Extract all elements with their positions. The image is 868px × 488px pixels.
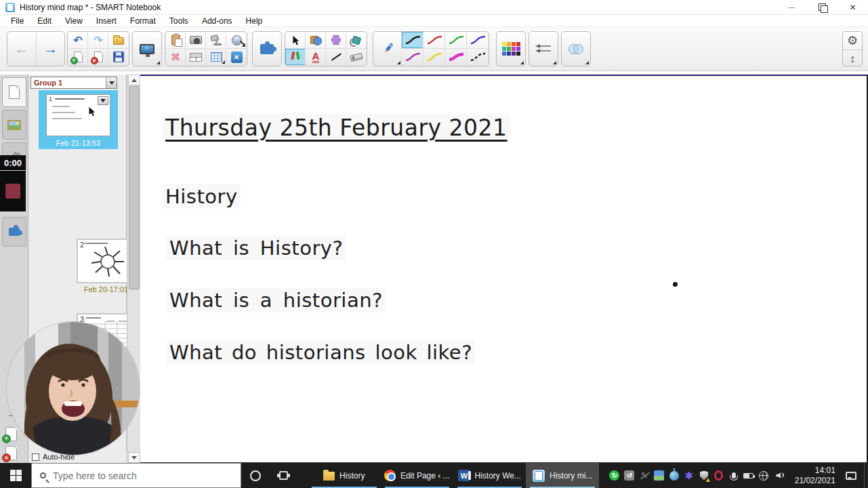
page-1-menu-icon[interactable] xyxy=(98,96,108,105)
tray-cortana-sphere-icon[interactable] xyxy=(667,463,682,488)
toolbar-settings-button[interactable] xyxy=(843,32,862,49)
minimize-button[interactable] xyxy=(777,0,807,15)
measurement-tools-button[interactable] xyxy=(226,31,247,48)
forward-button[interactable]: → xyxy=(36,32,64,66)
tray-volume-icon[interactable] xyxy=(771,463,786,488)
addons-button[interactable] xyxy=(253,32,281,66)
menu-view[interactable]: View xyxy=(58,16,89,26)
taskbar-app-word[interactable]: History We... xyxy=(453,463,526,488)
move-toolbar-button[interactable] xyxy=(843,49,862,66)
tray-network-globe-icon[interactable] xyxy=(756,463,771,488)
table-button[interactable] xyxy=(205,48,226,65)
canvas-text-what-is-history[interactable]: What is History? xyxy=(167,236,346,260)
pen-swatch-purple[interactable] xyxy=(401,48,423,65)
task-view-button[interactable] xyxy=(270,463,298,488)
color-palette-button[interactable] xyxy=(497,32,525,66)
line-style-button[interactable] xyxy=(529,32,558,66)
select-tool-button[interactable] xyxy=(285,31,306,48)
tray-update-icon[interactable] xyxy=(622,463,637,488)
restore-button[interactable] xyxy=(807,0,838,15)
floating-add-page-icon[interactable] xyxy=(5,427,17,441)
paste-button[interactable] xyxy=(165,31,186,48)
polygons-tool-button[interactable] xyxy=(325,31,346,48)
scroll-down-button[interactable] xyxy=(128,452,140,463)
back-button[interactable]: ← xyxy=(7,32,36,66)
menu-tools[interactable]: Tools xyxy=(163,16,195,26)
taskbar-app-chrome[interactable]: Edit Page ‹ ... xyxy=(381,463,453,488)
tray-opera-icon[interactable] xyxy=(711,463,726,488)
undo-button[interactable]: ↶ xyxy=(67,31,88,48)
menu-format[interactable]: Format xyxy=(123,16,163,26)
group-dropdown-icon[interactable] xyxy=(106,77,117,88)
notebook-canvas[interactable]: Thursday 25th February 2021 History What… xyxy=(140,75,868,463)
save-button[interactable] xyxy=(108,48,129,65)
tray-security-shield-icon[interactable] xyxy=(697,463,711,488)
pen-swatch-dashed[interactable] xyxy=(466,48,489,65)
shapes-tool-button[interactable] xyxy=(305,31,326,48)
pen-swatch-yellow[interactable] xyxy=(423,48,445,65)
add-page-button[interactable] xyxy=(67,48,88,65)
pen-swatch-indigo[interactable] xyxy=(466,31,489,48)
stop-recording-button[interactable] xyxy=(5,184,20,199)
cortana-button[interactable] xyxy=(241,463,270,488)
screen-capture-button[interactable] xyxy=(185,31,206,48)
page-thumbnail-1[interactable]: 1 Feb 21-13:53 xyxy=(39,90,118,149)
floating-delete-page-icon[interactable] xyxy=(5,446,17,460)
pen-button[interactable] xyxy=(373,32,402,66)
search-input[interactable] xyxy=(53,470,222,481)
group-selector[interactable]: Group 1 xyxy=(30,77,117,89)
pen-swatch-green[interactable] xyxy=(445,31,467,48)
pen-swatch-magenta[interactable] xyxy=(445,48,467,65)
delete-button[interactable]: ✖ xyxy=(165,48,186,65)
taskbar-app-explorer[interactable]: History xyxy=(308,463,380,488)
tray-photos-icon[interactable] xyxy=(652,463,667,488)
canvas-text-what-is-a-historian[interactable]: What is a historian? xyxy=(167,288,386,312)
delete-page-button[interactable] xyxy=(87,48,108,65)
scrollbar-thumb[interactable] xyxy=(129,86,140,289)
taskbar-app-smart-notebook[interactable]: History mi... xyxy=(526,463,598,488)
tab-addons[interactable] xyxy=(2,217,26,247)
canvas-date-title[interactable]: Thursday 25th February 2021 xyxy=(163,114,510,142)
tray-sync-icon[interactable] xyxy=(607,463,622,488)
scroll-up-button[interactable] xyxy=(128,75,140,85)
tray-microphone-icon[interactable] xyxy=(726,463,741,488)
canvas-text-history[interactable]: History xyxy=(163,184,241,209)
menu-file[interactable]: File xyxy=(4,16,30,26)
tray-battery-icon[interactable] xyxy=(741,463,756,488)
action-center-button[interactable] xyxy=(838,463,864,488)
screen-shade-button[interactable] xyxy=(185,48,206,65)
undo-icon: ↶ xyxy=(73,34,82,47)
line-tool-button[interactable] xyxy=(325,48,346,65)
menu-insert[interactable]: Insert xyxy=(89,16,123,26)
tray-pen-disabled-icon[interactable] xyxy=(637,463,652,488)
show-desktop-button[interactable] xyxy=(864,463,868,488)
view-screens-button[interactable] xyxy=(133,32,161,66)
tab-page-sorter[interactable] xyxy=(2,77,26,107)
tray-settings-icon[interactable] xyxy=(682,463,697,488)
pen-swatch-red[interactable] xyxy=(423,31,445,48)
ink-dot[interactable] xyxy=(673,282,678,287)
mouse-cursor-icon xyxy=(87,106,96,117)
transparency-button[interactable] xyxy=(562,32,590,66)
text-tool-button[interactable]: A xyxy=(305,48,326,65)
smart-tools-button[interactable] xyxy=(226,48,247,65)
menu-addons[interactable]: Add-ons xyxy=(195,16,239,26)
pen-icon xyxy=(381,42,394,56)
fill-tool-button[interactable] xyxy=(346,31,367,48)
taskbar-search[interactable] xyxy=(31,463,241,488)
redo-button[interactable]: ↷ xyxy=(87,31,108,48)
open-file-button[interactable] xyxy=(108,31,129,48)
eraser-tool-button[interactable] xyxy=(346,48,367,65)
pen-swatch-black[interactable] xyxy=(401,31,423,48)
canvas-text-what-do-historians-look-like[interactable]: What do historians look like? xyxy=(167,340,475,365)
close-button[interactable] xyxy=(838,0,868,15)
pens-tool-button[interactable] xyxy=(285,48,306,65)
menu-edit[interactable]: Edit xyxy=(30,16,58,26)
page-1-preview[interactable]: 1 xyxy=(46,94,110,136)
start-button[interactable] xyxy=(0,463,31,488)
auto-hide-checkbox[interactable] xyxy=(32,453,39,461)
document-camera-button[interactable] xyxy=(205,31,226,48)
tab-gallery[interactable] xyxy=(2,110,26,140)
taskbar-clock[interactable]: 14:01 21/02/2021 xyxy=(786,463,838,488)
menu-help[interactable]: Help xyxy=(239,16,270,26)
